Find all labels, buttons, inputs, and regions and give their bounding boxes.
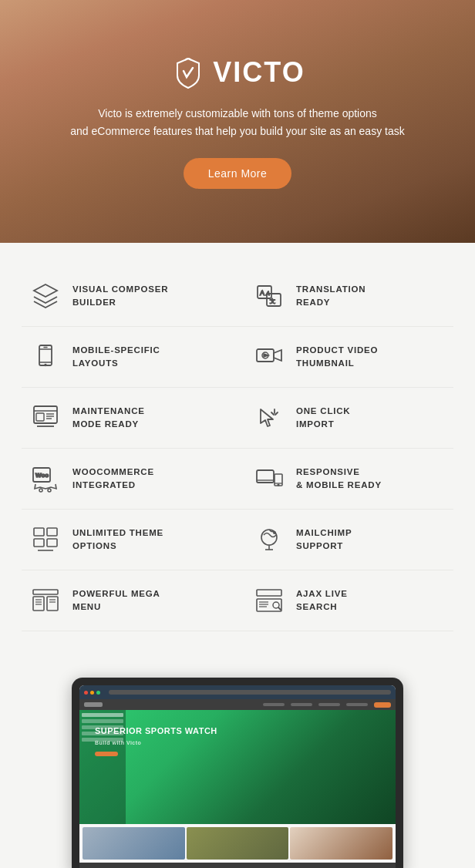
layers-icon	[29, 280, 62, 312]
svg-rect-35	[47, 528, 57, 536]
screen-products	[79, 824, 396, 863]
screen-product-3	[290, 827, 392, 860]
feature-woocommerce-label: WOOCOMMERCE INTEGRATED	[72, 463, 154, 493]
feature-visual-composer: VISUAL COMPOSER BUILDER	[22, 266, 238, 327]
theme-icon	[29, 523, 62, 556]
feature-responsive: RESPONSIVE & MOBILE READY	[238, 449, 453, 510]
hero-content: VICTO Victo is extremely customizable wi…	[70, 54, 404, 189]
feature-translation-label: TRANSLATION READY	[296, 280, 366, 310]
screen-topbar	[79, 685, 396, 699]
click-icon	[253, 402, 285, 434]
screen-body: SUPERIOR SPORTS WATCH Build with Victo	[79, 710, 396, 863]
svg-rect-36	[34, 539, 44, 547]
cart-icon: Woo	[29, 463, 62, 495]
screen-nav	[79, 699, 396, 710]
translate-icon: A A 文	[253, 280, 285, 312]
feature-maintenance: MAINTENANCE MODE READY	[22, 388, 238, 449]
svg-rect-43	[33, 590, 58, 594]
screen-content: SUPERIOR SPORTS WATCH Build with Victo	[79, 685, 396, 863]
screen-logo-bar	[84, 702, 103, 707]
screen-dot-red	[84, 691, 88, 695]
feature-one-click: ONE CLICK IMPORT	[238, 388, 453, 449]
screen-url-bar	[109, 690, 391, 695]
feature-mailchimp: MAILCHIMP SUPPORT	[238, 510, 453, 570]
feature-visual-composer-label: VISUAL COMPOSER BUILDER	[72, 280, 168, 310]
feature-woocommerce: Woo WOOCOMMERCE INTEGRATED	[22, 449, 238, 510]
svg-point-33	[278, 484, 279, 486]
screen-dot-yellow	[90, 691, 94, 695]
screen-nav-cta	[374, 702, 391, 708]
laptop-outer: SUPERIOR SPORTS WATCH Build with Victo	[72, 678, 403, 868]
svg-point-28	[48, 489, 51, 492]
svg-point-42	[273, 531, 276, 534]
svg-text:文: 文	[270, 298, 275, 304]
svg-text:A: A	[260, 289, 264, 297]
svg-line-24	[271, 412, 274, 415]
svg-rect-44	[33, 597, 44, 611]
feature-translation: A A 文 TRANSLATION READY	[238, 266, 453, 327]
svg-rect-51	[257, 590, 281, 596]
hero-section: VICTO Victo is extremely customizable wi…	[0, 0, 475, 243]
mobile-icon	[29, 341, 62, 373]
svg-rect-34	[34, 528, 44, 536]
search-icon	[253, 584, 285, 617]
feature-mobile-layouts-label: MOBILE-SPECIFIC LAYOUTS	[72, 341, 160, 371]
screen-product-1	[83, 827, 185, 860]
feature-unlimited-theme-label: UNLIMITED THEME OPTIONS	[72, 523, 163, 553]
svg-rect-17	[36, 413, 44, 421]
features-grid: VISUAL COMPOSER BUILDER A A 文 TRANSLATIO…	[22, 266, 453, 631]
feature-one-click-label: ONE CLICK IMPORT	[296, 402, 350, 432]
screen-nav-item	[318, 703, 340, 706]
menu-icon	[29, 584, 62, 617]
feature-mega-menu: POWERFUL MEGA MENU	[22, 570, 238, 631]
svg-line-23	[275, 412, 278, 415]
screen-nav-item	[263, 703, 285, 706]
features-section: VISUAL COMPOSER BUILDER A A 文 TRANSLATIO…	[0, 243, 475, 654]
screen-product-2	[187, 827, 289, 860]
feature-product-video: PRODUCT VIDEO THUMBNAIL	[238, 327, 453, 388]
laptop-section: SUPERIOR SPORTS WATCH Build with Victo	[0, 654, 475, 868]
screen-hero-text: SUPERIOR SPORTS WATCH Build with Victo	[95, 725, 217, 756]
svg-text:Woo: Woo	[35, 472, 49, 479]
laptop-mockup: SUPERIOR SPORTS WATCH Build with Victo	[72, 678, 403, 868]
screen-dot-green	[96, 691, 100, 695]
hero-description: Victo is extremely customizable with ton…	[70, 105, 404, 140]
responsive-icon	[253, 463, 285, 495]
laptop-screen: SUPERIOR SPORTS WATCH Build with Victo	[79, 685, 396, 863]
feature-mobile-layouts: MOBILE-SPECIFIC LAYOUTS	[22, 327, 238, 388]
screen-nav-item	[346, 703, 368, 706]
svg-point-9	[45, 365, 46, 366]
feature-product-video-label: PRODUCT VIDEO THUMBNAIL	[296, 341, 378, 371]
screen-nav-item	[291, 703, 312, 706]
svg-point-27	[39, 489, 42, 492]
svg-marker-0	[34, 284, 57, 297]
feature-ajax-search: AJAX LIVE SEARCH	[238, 570, 453, 631]
svg-line-54	[278, 607, 281, 610]
svg-rect-37	[47, 539, 57, 547]
svg-rect-52	[257, 599, 281, 611]
feature-responsive-label: RESPONSIVE & MOBILE READY	[296, 463, 382, 493]
laptop-base	[79, 863, 396, 868]
feature-ajax-search-label: AJAX LIVE SEARCH	[296, 584, 348, 614]
feature-mega-menu-label: POWERFUL MEGA MENU	[72, 584, 160, 614]
feature-unlimited-theme: UNLIMITED THEME OPTIONS	[22, 510, 238, 570]
learn-more-button[interactable]: Learn More	[184, 158, 292, 189]
svg-marker-12	[274, 350, 281, 361]
maintenance-icon	[29, 402, 62, 434]
feature-maintenance-label: MAINTENANCE MODE READY	[72, 402, 145, 432]
video-icon	[253, 341, 285, 373]
logo-icon	[170, 54, 207, 91]
logo-text: VICTO	[213, 56, 305, 89]
feature-mailchimp-label: MAILCHIMP SUPPORT	[296, 523, 352, 553]
svg-rect-45	[47, 597, 58, 611]
mail-icon	[253, 523, 285, 556]
hero-logo: VICTO	[170, 54, 305, 91]
